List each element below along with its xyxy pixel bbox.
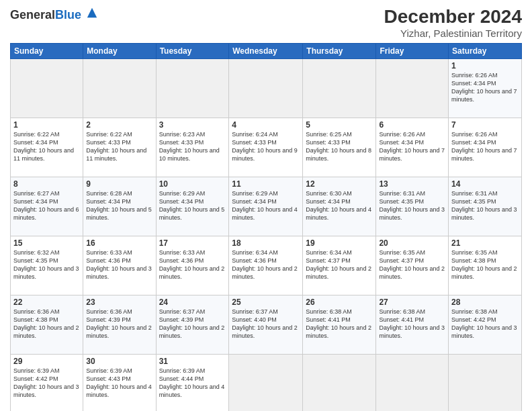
calendar-body: 1Sunrise: 6:26 AMSunset: 4:34 PMDaylight…: [11, 58, 522, 411]
calendar-header-row: SundayMondayTuesdayWednesdayThursdayFrid…: [11, 43, 522, 58]
day-number: 7: [451, 120, 519, 130]
calendar-cell: 31Sunrise: 6:39 AMSunset: 4:44 PMDayligh…: [156, 354, 229, 411]
calendar-week-row: 22Sunrise: 6:36 AMSunset: 4:38 PMDayligh…: [11, 295, 522, 354]
calendar-cell: 11Sunrise: 6:29 AMSunset: 4:34 PMDayligh…: [229, 177, 303, 236]
calendar-cell: [303, 354, 376, 411]
day-detail: Sunrise: 6:29 AMSunset: 4:34 PMDaylight:…: [159, 189, 226, 222]
calendar-cell: [11, 58, 83, 118]
calendar-cell: 13Sunrise: 6:31 AMSunset: 4:35 PMDayligh…: [376, 177, 449, 236]
day-detail: Sunrise: 6:38 AMSunset: 4:41 PMDaylight:…: [306, 308, 373, 340]
calendar-cell: [229, 58, 303, 118]
day-number: 25: [232, 298, 300, 307]
day-detail: Sunrise: 6:32 AMSunset: 4:35 PMDaylight:…: [13, 248, 80, 281]
day-number: 26: [306, 298, 373, 307]
calendar-cell: 18Sunrise: 6:34 AMSunset: 4:36 PMDayligh…: [229, 236, 303, 295]
calendar-cell: 2Sunrise: 6:22 AMSunset: 4:33 PMDaylight…: [83, 118, 156, 177]
day-detail: Sunrise: 6:31 AMSunset: 4:35 PMDaylight:…: [451, 189, 519, 222]
day-number: 1: [13, 120, 80, 130]
day-header: Sunday: [11, 43, 83, 58]
calendar-cell: 9Sunrise: 6:28 AMSunset: 4:34 PMDaylight…: [83, 177, 156, 236]
calendar-cell: 28Sunrise: 6:38 AMSunset: 4:42 PMDayligh…: [449, 295, 522, 354]
logo: GeneralBlue: [10, 7, 98, 22]
calendar-cell: 3Sunrise: 6:23 AMSunset: 4:33 PMDaylight…: [156, 118, 229, 177]
day-detail: Sunrise: 6:33 AMSunset: 4:36 PMDaylight:…: [86, 248, 152, 281]
day-number: 10: [159, 179, 226, 189]
calendar-cell: 4Sunrise: 6:24 AMSunset: 4:33 PMDaylight…: [229, 118, 303, 177]
day-number: 29: [13, 357, 80, 366]
calendar-cell: [83, 58, 156, 118]
calendar-cell: 1Sunrise: 6:22 AMSunset: 4:34 PMDaylight…: [11, 118, 83, 177]
calendar-week-row: 1Sunrise: 6:22 AMSunset: 4:34 PMDaylight…: [11, 118, 522, 177]
day-detail: Sunrise: 6:39 AMSunset: 4:44 PMDaylight:…: [159, 367, 226, 400]
day-number: 14: [451, 179, 519, 189]
calendar-cell: 19Sunrise: 6:34 AMSunset: 4:37 PMDayligh…: [303, 236, 376, 295]
calendar-cell: 5Sunrise: 6:25 AMSunset: 4:33 PMDaylight…: [303, 118, 376, 177]
day-number: 11: [232, 179, 300, 189]
calendar-cell: 16Sunrise: 6:33 AMSunset: 4:36 PMDayligh…: [83, 236, 156, 295]
day-number: 27: [379, 298, 445, 307]
day-header: Friday: [376, 43, 449, 58]
day-number: 22: [13, 298, 80, 307]
day-number: 9: [86, 179, 152, 189]
calendar-cell: [303, 58, 376, 118]
calendar-cell: 14Sunrise: 6:31 AMSunset: 4:35 PMDayligh…: [449, 177, 522, 236]
calendar-cell: 10Sunrise: 6:29 AMSunset: 4:34 PMDayligh…: [156, 177, 229, 236]
day-number: 21: [451, 238, 519, 248]
day-number: 4: [232, 120, 300, 130]
day-detail: Sunrise: 6:36 AMSunset: 4:39 PMDaylight:…: [86, 308, 152, 340]
calendar-week-row: 15Sunrise: 6:32 AMSunset: 4:35 PMDayligh…: [11, 236, 522, 295]
day-detail: Sunrise: 6:30 AMSunset: 4:34 PMDaylight:…: [306, 189, 373, 222]
calendar-week-row: 1Sunrise: 6:26 AMSunset: 4:34 PMDaylight…: [11, 58, 522, 118]
day-number: 5: [306, 120, 373, 130]
calendar-cell: [449, 354, 522, 411]
day-detail: Sunrise: 6:39 AMSunset: 4:42 PMDaylight:…: [13, 367, 80, 400]
calendar-cell: 26Sunrise: 6:38 AMSunset: 4:41 PMDayligh…: [303, 295, 376, 354]
calendar-cell: [229, 354, 303, 411]
day-detail: Sunrise: 6:31 AMSunset: 4:35 PMDaylight:…: [379, 189, 445, 222]
month-title: December 2024: [384, 7, 522, 28]
day-number: 18: [232, 238, 300, 248]
title-block: December 2024 Yizhar, Palestinian Territ…: [384, 7, 522, 39]
calendar-cell: 25Sunrise: 6:37 AMSunset: 4:40 PMDayligh…: [229, 295, 303, 354]
day-header: Saturday: [449, 43, 522, 58]
svg-marker-0: [87, 8, 97, 17]
calendar-cell: 24Sunrise: 6:37 AMSunset: 4:39 PMDayligh…: [156, 295, 229, 354]
day-header: Thursday: [303, 43, 376, 58]
day-number: 8: [13, 179, 80, 189]
day-number: 6: [379, 120, 445, 130]
day-detail: Sunrise: 6:35 AMSunset: 4:37 PMDaylight:…: [379, 248, 445, 281]
calendar-cell: 29Sunrise: 6:39 AMSunset: 4:42 PMDayligh…: [11, 354, 83, 411]
calendar-cell: [156, 58, 229, 118]
day-number: 30: [86, 357, 152, 366]
calendar-cell: 17Sunrise: 6:33 AMSunset: 4:36 PMDayligh…: [156, 236, 229, 295]
day-detail: Sunrise: 6:33 AMSunset: 4:36 PMDaylight:…: [159, 248, 226, 281]
day-detail: Sunrise: 6:28 AMSunset: 4:34 PMDaylight:…: [86, 189, 152, 222]
day-number: 12: [306, 179, 373, 189]
location-title: Yizhar, Palestinian Territory: [384, 28, 522, 39]
day-number: 3: [159, 120, 226, 130]
day-number: 16: [86, 238, 152, 248]
day-detail: Sunrise: 6:23 AMSunset: 4:33 PMDaylight:…: [159, 130, 226, 163]
day-detail: Sunrise: 6:34 AMSunset: 4:37 PMDaylight:…: [306, 248, 373, 281]
day-number: 1: [451, 61, 519, 71]
day-header: Tuesday: [156, 43, 229, 58]
day-detail: Sunrise: 6:37 AMSunset: 4:40 PMDaylight:…: [232, 308, 300, 340]
day-detail: Sunrise: 6:24 AMSunset: 4:33 PMDaylight:…: [232, 130, 300, 163]
day-number: 2: [86, 120, 152, 130]
day-detail: Sunrise: 6:22 AMSunset: 4:34 PMDaylight:…: [13, 130, 80, 163]
calendar-cell: [376, 58, 449, 118]
day-detail: Sunrise: 6:38 AMSunset: 4:41 PMDaylight:…: [379, 308, 445, 340]
calendar-cell: 15Sunrise: 6:32 AMSunset: 4:35 PMDayligh…: [11, 236, 83, 295]
day-number: 19: [306, 238, 373, 248]
day-number: 28: [451, 298, 519, 307]
calendar-cell: 7Sunrise: 6:26 AMSunset: 4:34 PMDaylight…: [449, 118, 522, 177]
day-detail: Sunrise: 6:26 AMSunset: 4:34 PMDaylight:…: [451, 130, 519, 163]
calendar-cell: 12Sunrise: 6:30 AMSunset: 4:34 PMDayligh…: [303, 177, 376, 236]
day-number: 13: [379, 179, 445, 189]
calendar-cell: 8Sunrise: 6:27 AMSunset: 4:34 PMDaylight…: [11, 177, 83, 236]
day-number: 31: [159, 357, 226, 366]
day-header: Wednesday: [229, 43, 303, 58]
calendar-cell: 6Sunrise: 6:26 AMSunset: 4:34 PMDaylight…: [376, 118, 449, 177]
day-header: Monday: [83, 43, 156, 58]
calendar-cell: 22Sunrise: 6:36 AMSunset: 4:38 PMDayligh…: [11, 295, 83, 354]
